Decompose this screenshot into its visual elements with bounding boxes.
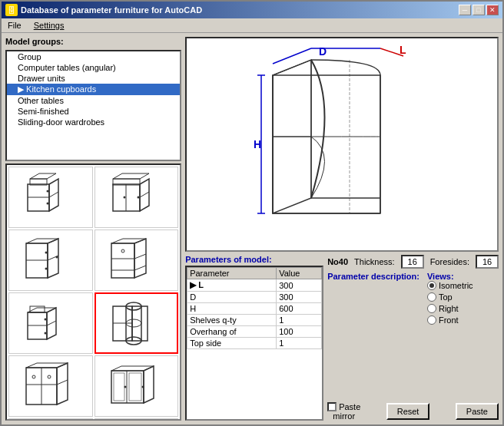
radio-circle-front (427, 315, 436, 325)
param-value-L[interactable]: 300 (277, 279, 322, 292)
bottom-section: Parameters of model: Parameter Value (185, 255, 499, 421)
thumb-svg-2 (109, 173, 163, 223)
svg-point-6 (46, 190, 48, 192)
radio-top[interactable]: Top (427, 292, 473, 302)
thumbnail-8[interactable] (94, 355, 179, 417)
svg-point-21 (45, 251, 47, 253)
group-item-drawer-units[interactable]: Drawer units (7, 73, 180, 84)
model-no-label: No40 (327, 257, 348, 266)
window-title: Database of parameter furniture for Auto… (21, 5, 202, 15)
radio-right[interactable]: Right (427, 304, 473, 313)
thumbnail-7[interactable] (8, 355, 93, 417)
thumb-svg-5 (24, 299, 78, 348)
views-section: Views: Isometric Top (427, 272, 473, 325)
svg-line-29 (134, 254, 146, 259)
param-row-L[interactable]: L 300 (187, 279, 322, 292)
group-item-other-tables[interactable]: Other tables (7, 95, 180, 106)
group-item-sliding-wardrobes[interactable]: Sliding-door wardrobes (7, 117, 180, 127)
param-value-H[interactable]: 600 (277, 303, 322, 315)
menu-file[interactable]: File (5, 20, 24, 31)
svg-marker-28 (111, 239, 146, 243)
svg-point-63 (142, 385, 144, 388)
thickness-value[interactable]: 16 (401, 255, 424, 269)
params-table-container[interactable]: Parameter Value L 300 D (185, 266, 323, 421)
thickness-label: Thickness: (354, 257, 395, 266)
model-info-row: No40 Thickness: 16 Foresides: 16 (327, 255, 499, 269)
param-row-topside[interactable]: Top side 1 (187, 338, 322, 349)
params-panel: Parameters of model: Parameter Value (185, 255, 323, 421)
thumbnail-5[interactable] (8, 292, 93, 354)
right-panel: D L H (185, 37, 499, 421)
maximize-button[interactable]: □ (472, 5, 485, 15)
svg-line-13 (140, 192, 149, 197)
svg-text:D: D (319, 45, 327, 58)
thumbnail-1[interactable] (8, 167, 93, 228)
svg-rect-59 (129, 373, 141, 401)
param-value-shelves[interactable]: 1 (277, 315, 322, 326)
title-buttons: ─ □ ✕ (459, 5, 499, 15)
foresides-value[interactable]: 16 (476, 255, 499, 269)
param-description-label: Parameter description: (327, 272, 419, 281)
thumbnail-10[interactable] (94, 418, 179, 421)
paste-mirror-checkbox[interactable] (327, 402, 337, 411)
svg-text:L: L (400, 45, 406, 56)
menu-settings[interactable]: Settings (32, 20, 67, 31)
svg-point-39 (44, 332, 46, 334)
paste-mirror-group: Paste mirror (327, 402, 360, 421)
thumbnail-2[interactable] (94, 167, 179, 228)
paste-button[interactable]: Paste (456, 403, 499, 420)
param-name-overhang: Overhang of (187, 326, 277, 338)
groups-list[interactable]: Group Computer tables (angular) Drawer u… (5, 50, 181, 161)
thumbnail-4[interactable] (94, 230, 179, 291)
param-row-overhang[interactable]: Overhang of 100 (187, 326, 322, 338)
svg-text:H: H (254, 138, 261, 150)
param-name-D: D (187, 292, 277, 303)
param-value-overhang[interactable]: 100 (277, 326, 322, 338)
param-value-D[interactable]: 300 (277, 292, 322, 303)
svg-point-55 (48, 375, 51, 378)
reset-button[interactable]: Reset (386, 403, 430, 420)
svg-point-54 (32, 375, 35, 378)
svg-point-15 (138, 196, 140, 198)
svg-point-38 (44, 318, 46, 320)
model-3d-svg: D L H (250, 45, 434, 244)
group-item-semi-finished[interactable]: Semi-finished (7, 106, 180, 117)
thumbnail-3[interactable] (8, 230, 93, 291)
group-item-group[interactable]: Group (7, 51, 180, 62)
thumbnail-9[interactable] (8, 418, 93, 421)
group-item-kitchen-cupboards[interactable]: ▶ Kitchen cupboards (7, 84, 180, 95)
thumbnail-6[interactable] (94, 292, 179, 354)
param-row-H[interactable]: H 600 (187, 303, 322, 315)
svg-line-53 (57, 380, 68, 385)
svg-rect-36 (30, 306, 45, 312)
info-desc-row: Parameter description: Views: Isometric (327, 272, 499, 325)
group-item-computer-tables[interactable]: Computer tables (angular) (7, 62, 180, 73)
thumb-svg-3 (24, 236, 78, 286)
param-name-shelves: Shelves q-ty (187, 315, 277, 326)
param-row-D[interactable]: D 300 (187, 292, 322, 303)
paste-mirror-label: Paste (339, 402, 360, 411)
minimize-button[interactable]: ─ (459, 5, 471, 15)
svg-line-5 (49, 192, 58, 197)
radio-front[interactable]: Front (427, 315, 473, 325)
svg-marker-19 (26, 239, 58, 243)
param-row-shelves[interactable]: Shelves q-ty 1 (187, 315, 322, 326)
thumb-svg-1 (24, 173, 78, 223)
param-name-H: H (187, 303, 277, 315)
svg-marker-80 (273, 75, 380, 213)
radio-isometric[interactable]: Isometric (427, 281, 473, 290)
svg-marker-4 (30, 173, 56, 179)
radio-label-top: Top (439, 292, 453, 302)
radio-label-right: Right (439, 304, 459, 313)
radio-label-front: Front (439, 315, 459, 325)
arrow-icon: ▶ (18, 84, 26, 94)
svg-line-30 (134, 266, 146, 270)
thumbnails-grid[interactable] (5, 163, 181, 421)
paste-mirror-checkbox-row[interactable]: Paste (327, 402, 360, 411)
param-value-topside[interactable]: 1 (277, 338, 322, 349)
title-bar: 🗄 Database of parameter furniture for Au… (2, 2, 502, 18)
close-button[interactable]: ✕ (486, 5, 499, 15)
params-table: Parameter Value L 300 D (187, 267, 322, 349)
svg-line-83 (273, 48, 311, 64)
svg-marker-35 (28, 308, 56, 312)
